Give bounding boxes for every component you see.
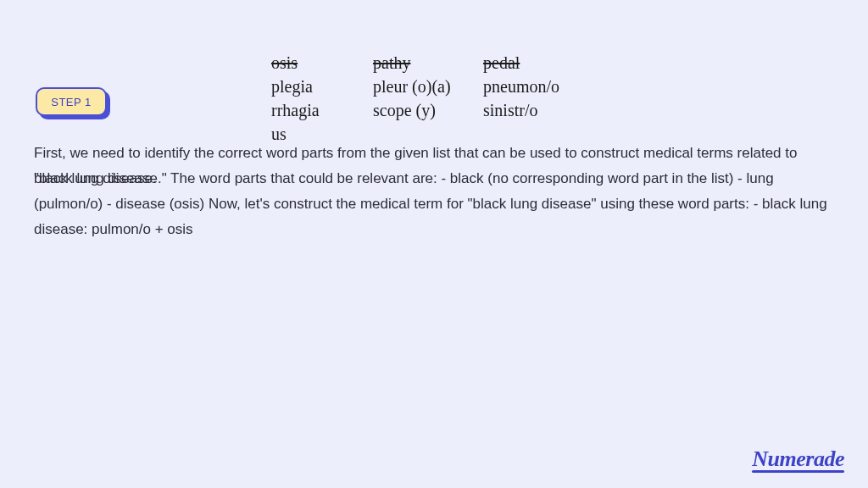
cell-osis: osis <box>271 51 373 75</box>
cell-plegia: plegia <box>271 75 373 98</box>
table-row: rrhagia scope (y) sinistr/o <box>271 98 602 122</box>
cell-sinistr: sinistr/o <box>483 98 602 122</box>
cell-pneumon: pneumon/o <box>483 75 602 98</box>
explanation-text: First, we need to identify the correct w… <box>34 141 836 242</box>
cell-rrhagia: rrhagia <box>271 98 373 122</box>
step-badge: STEP 1 <box>36 87 107 116</box>
numerade-logo: Numerade <box>752 446 844 473</box>
cell-pathy: pathy <box>373 51 483 75</box>
step-badge-label: STEP 1 <box>36 87 107 116</box>
cell-scope: scope (y) <box>373 98 483 122</box>
word-parts-table: osis pathy pedal plegia pleur (o)(a) pne… <box>271 51 602 146</box>
cell-pleur: pleur (o)(a) <box>373 75 483 98</box>
overlay-text: black lung disease. <box>34 166 836 191</box>
table-row: plegia pleur (o)(a) pneumon/o <box>271 75 602 98</box>
table-row: osis pathy pedal <box>271 51 602 75</box>
cell-pedal: pedal <box>483 51 602 75</box>
